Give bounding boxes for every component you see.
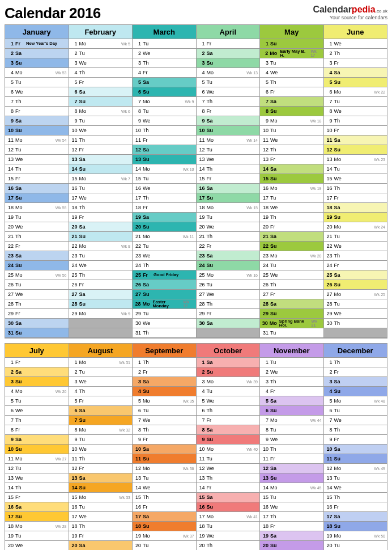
day-cell: 19Sa [133, 213, 197, 222]
day-cell: 16Su [197, 502, 261, 512]
day-cell: 9Fr [133, 435, 197, 445]
day-cell: 9Sa [5, 116, 69, 126]
day-cell: 20Th [197, 541, 261, 550]
day-cell: 18Tu [197, 522, 261, 531]
day-cell: 14Su [69, 483, 133, 493]
day-cell: 8Sa [197, 425, 261, 435]
day-cell: 20Su [133, 222, 197, 232]
day-cell: 3Su [197, 58, 261, 68]
day-cell: 13We [197, 155, 261, 164]
day-cell: 3Su [5, 377, 69, 387]
day-cell: 5Fr [69, 78, 133, 87]
day-cell: 19Tu [5, 531, 69, 541]
day-cell: 20Tu [133, 541, 197, 550]
day-cell: 12Th [260, 145, 324, 155]
day-cell: 13Tu [324, 473, 387, 483]
day-cell: 20We [197, 222, 261, 232]
day-cell: 12Tu [5, 145, 69, 155]
day-cell: 27Sa [69, 290, 133, 299]
day-cell: 1FrNew Year's Day [5, 39, 69, 49]
day-cell: 1Su [260, 39, 324, 49]
day-cell: 9Tu [69, 116, 133, 126]
day-cell: 21Sa [260, 232, 324, 242]
day-cell: 11MoWk 14 [197, 136, 261, 145]
day-cell: 1Fr [197, 39, 261, 49]
day-cell: 5Th [260, 78, 324, 87]
day-cell: 5Tu [5, 396, 69, 406]
day-cell: 14Su [69, 164, 133, 174]
day-cell: 8We [324, 107, 387, 116]
day-cell: 21Th [197, 232, 261, 242]
day-cell: 7Th [5, 416, 69, 425]
day-cell: 15Su [260, 174, 324, 184]
day-cell: 4Fr [133, 68, 197, 78]
day-cell: 29Fr [197, 309, 261, 319]
day-cell: 16Sa [5, 184, 69, 193]
day-cell: 25MoWk 16 [197, 270, 261, 280]
day-cell: 8Tu [133, 107, 197, 116]
day-cell: 8MoWk 6 [69, 107, 133, 116]
month-header: April [197, 25, 261, 39]
day-cell: 9MoWk 18 [260, 116, 324, 126]
day-cell: 12We [197, 464, 261, 473]
day-cell: 17Th [133, 193, 197, 203]
day-cell: 10Sa [133, 445, 197, 454]
day-cell: 10Th [133, 126, 197, 136]
day-cell: 13Fr [260, 155, 324, 164]
day-cell: 22Su [260, 242, 324, 251]
day-cell: 6We [197, 87, 261, 97]
day-cell: 19MoWk 50 [324, 531, 387, 541]
day-cell: 11MoWk 27 [5, 454, 69, 464]
day-cell: 15MoWk 33 [69, 493, 133, 502]
day-cell: 6We [5, 87, 69, 97]
day-cell: 4Sa [324, 68, 387, 78]
day-cell: 6Su [260, 406, 324, 416]
day-cell: 10Fr [324, 126, 387, 136]
day-cell: 10Su [197, 126, 261, 136]
day-cell: 21Su [69, 232, 133, 242]
day-cell: 1MoWk 5 [69, 39, 133, 49]
day-cell: 11We [260, 136, 324, 145]
month-header: October [197, 344, 261, 358]
day-cell: 30Sa [5, 319, 69, 328]
day-cell: 20Sa [69, 222, 133, 232]
day-cell: 14MoWk 10 [133, 164, 197, 174]
day-cell [69, 319, 133, 328]
day-cell [69, 328, 133, 338]
day-cell: 7MoWk 9 [133, 97, 197, 107]
day-cell: 27We [197, 290, 261, 299]
day-cell [197, 328, 261, 338]
day-cell: 19MoWk 37 [133, 531, 197, 541]
day-cell: 20We [5, 541, 69, 550]
day-cell: 18Sa [324, 203, 387, 213]
day-cell: 1Th [133, 358, 197, 367]
day-cell: 2MoEarly May B. H.Wk 17 [260, 49, 324, 58]
day-cell: 4Tu [197, 387, 261, 396]
day-cell: 6Th [197, 406, 261, 416]
day-cell: 14Th [197, 164, 261, 174]
day-cell: 16We [260, 502, 324, 512]
day-cell: 13Su [260, 473, 324, 483]
day-cell: 15MoWk 7 [69, 174, 133, 184]
day-cell: 17We [69, 512, 133, 522]
month-header: May [260, 25, 324, 39]
day-cell: 3Tu [260, 58, 324, 68]
day-cell: 19Fr [69, 213, 133, 222]
day-cell: 14Sa [260, 164, 324, 174]
day-cell: 22MoWk 8 [69, 242, 133, 251]
day-cell: 16Th [324, 184, 387, 193]
day-cell: 31Th [133, 328, 197, 338]
day-cell: 18Su [324, 522, 387, 531]
day-cell: 8Su [260, 107, 324, 116]
day-cell: 26Su [324, 280, 387, 290]
day-cell: 9Tu [69, 435, 133, 445]
day-cell: 10We [69, 126, 133, 136]
day-cell: 20Su [260, 541, 324, 550]
day-cell: 6Fr [260, 87, 324, 97]
day-cell: 8Fr [5, 425, 69, 435]
day-cell: 26Tu [5, 280, 69, 290]
day-cell: 3We [69, 377, 133, 387]
month-header: February [69, 25, 133, 39]
day-cell: 17Sa [324, 512, 387, 522]
day-cell: 28Tu [324, 299, 387, 309]
